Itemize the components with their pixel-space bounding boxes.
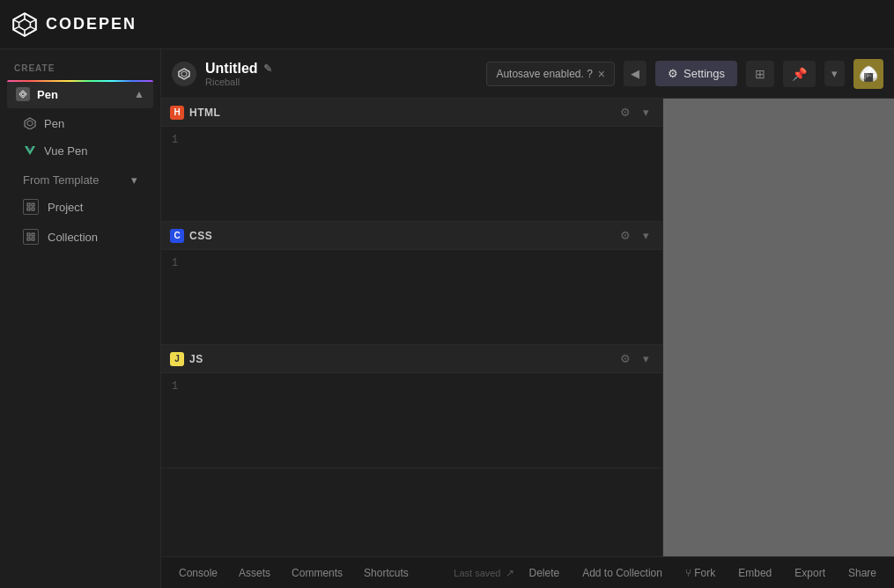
sidebar-item-vue-pen[interactable]: Vue Pen [7, 137, 153, 164]
svg-rect-17 [32, 208, 34, 210]
html-editor-body[interactable]: 1 [161, 127, 662, 221]
editors-panel: H HTML ⚙ ▾ 1 [161, 99, 663, 556]
assets-button[interactable]: Assets [230, 563, 279, 583]
html-editor-header: H HTML ⚙ ▾ [161, 99, 662, 127]
sidebar: CREATE Pen ▲ Pen [0, 49, 161, 588]
vue-icon [23, 143, 37, 158]
sidebar-section-from-template[interactable]: From Template ▾ [7, 165, 153, 192]
app-header: CODEPEN [0, 0, 894, 49]
svg-marker-1 [19, 18, 31, 30]
codepen-logo-icon [11, 11, 39, 39]
chevron-up-icon: ▲ [134, 88, 144, 100]
svg-marker-23 [181, 71, 187, 77]
js-editor-body[interactable]: 1 [161, 373, 662, 467]
sidebar-item-project[interactable]: Project [7, 192, 153, 222]
pen-title-text: Untitled [205, 61, 258, 77]
project-icon [23, 199, 39, 215]
css-collapse-icon[interactable]: ▾ [639, 227, 654, 244]
pen-subtitle: Riceball [205, 77, 272, 87]
delete-button[interactable]: Delete [520, 563, 568, 583]
main-layout: CREATE Pen ▲ Pen [0, 49, 894, 588]
sidebar-item-pen-sub[interactable]: Pen [7, 110, 153, 136]
js-editor-header: J JS ⚙ ▾ [161, 345, 662, 373]
from-template-chevron: ▾ [131, 173, 137, 187]
css-lang-label: CSS [189, 230, 212, 242]
pen-title: Untitled ✎ [205, 61, 272, 77]
bottom-right-actions: Last saved ↗ Delete Add to Collection ⑂ … [454, 563, 885, 583]
html-editor-block: H HTML ⚙ ▾ 1 [161, 99, 662, 222]
settings-label: Settings [683, 67, 725, 80]
css-badge: C [170, 229, 184, 243]
pen-active-icon [16, 87, 30, 101]
create-label: CREATE [0, 58, 160, 80]
pin-button[interactable]: 📌 [783, 61, 816, 87]
project-label: Project [48, 201, 83, 214]
codepen-logo: CODEPEN [11, 11, 137, 39]
js-badge: J [170, 352, 184, 366]
from-template-label: From Template [23, 173, 99, 187]
svg-marker-8 [19, 91, 26, 98]
fork-button[interactable]: ⑂ Fork [676, 563, 724, 583]
svg-rect-19 [32, 233, 34, 236]
app-logo-text: CODEPEN [46, 15, 137, 33]
sidebar-pen-sub-label: Pen [44, 117, 64, 130]
topbar-left-arrow-btn[interactable]: ◀ [624, 61, 646, 86]
view-layout-button[interactable]: ⊞ [746, 61, 774, 87]
share-button[interactable]: Share [839, 563, 885, 583]
css-settings-icon[interactable]: ⚙ [616, 227, 635, 244]
fork-icon: ⑂ [685, 567, 691, 579]
sidebar-item-collection[interactable]: Collection [7, 222, 153, 252]
collection-label: Collection [48, 231, 98, 244]
sidebar-pen-label: Pen [37, 88, 58, 101]
more-options-button[interactable]: ▾ [824, 61, 845, 86]
bottom-bar: Console Assets Comments Shortcuts Last s… [161, 556, 894, 588]
editor-preview-area: H HTML ⚙ ▾ 1 [161, 99, 894, 556]
settings-gear-icon: ⚙ [668, 67, 678, 80]
svg-rect-21 [32, 238, 34, 240]
svg-rect-20 [27, 238, 30, 240]
last-saved-text: Last saved [454, 568, 500, 578]
fork-label: Fork [694, 567, 715, 579]
autosave-close-icon[interactable]: × [598, 67, 605, 81]
sidebar-item-pen[interactable]: Pen ▲ [7, 80, 153, 108]
sidebar-vue-pen-label: Vue Pen [44, 144, 87, 158]
external-link-icon[interactable]: ↗ [506, 567, 514, 579]
svg-marker-11 [27, 121, 33, 126]
pen-title-area: Untitled ✎ Riceball [205, 61, 272, 87]
css-editor-block: C CSS ⚙ ▾ 1 [161, 222, 662, 345]
html-settings-icon[interactable]: ⚙ [616, 104, 635, 121]
embed-button[interactable]: Embed [729, 563, 780, 583]
js-collapse-icon[interactable]: ▾ [639, 350, 654, 367]
user-avatar-button[interactable]: 🍙 [853, 59, 883, 89]
svg-rect-18 [27, 233, 30, 236]
collection-icon [23, 229, 39, 245]
pen-logo-small [172, 62, 196, 86]
console-button[interactable]: Console [170, 563, 226, 583]
svg-rect-14 [27, 203, 30, 206]
add-to-collection-button[interactable]: Add to Collection [573, 563, 671, 583]
preview-panel [663, 99, 894, 556]
svg-marker-22 [179, 69, 189, 79]
svg-marker-10 [25, 118, 35, 129]
css-line-number: 1 [172, 257, 178, 269]
svg-marker-9 [21, 92, 25, 96]
edit-title-icon[interactable]: ✎ [263, 62, 272, 75]
js-line-number: 1 [172, 380, 178, 393]
pen-sub-icon [23, 116, 37, 130]
svg-rect-16 [27, 208, 30, 210]
html-badge: H [170, 106, 184, 120]
js-lang-label: JS [189, 353, 203, 365]
js-settings-icon[interactable]: ⚙ [616, 350, 635, 367]
shortcuts-button[interactable]: Shortcuts [355, 563, 417, 583]
html-line-number: 1 [172, 134, 178, 146]
js-editor-block: J JS ⚙ ▾ 1 [161, 345, 662, 468]
settings-button[interactable]: ⚙ Settings [655, 61, 737, 86]
autosave-badge: Autosave enabled. ? × [486, 62, 615, 86]
comments-button[interactable]: Comments [283, 563, 351, 583]
content-topbar: Untitled ✎ Riceball Autosave enabled. ? … [161, 49, 894, 99]
svg-rect-15 [32, 203, 34, 206]
export-button[interactable]: Export [786, 563, 834, 583]
css-editor-body[interactable]: 1 [161, 250, 662, 344]
html-collapse-icon[interactable]: ▾ [639, 104, 654, 121]
content-area: Untitled ✎ Riceball Autosave enabled. ? … [161, 49, 894, 588]
